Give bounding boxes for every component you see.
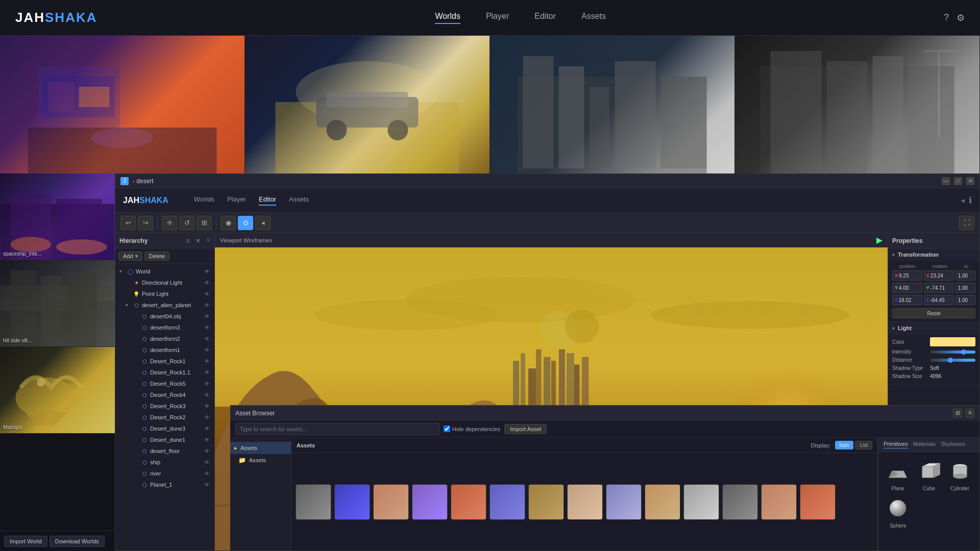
scale-y-field[interactable]: 1.00 xyxy=(955,283,975,293)
settings-icon[interactable]: ⚙ xyxy=(957,12,965,23)
eye-icon-rock1[interactable]: 👁 xyxy=(204,358,212,364)
play-button[interactable]: ▶ xyxy=(876,235,883,245)
tree-item-rock4[interactable]: ⬡ Desert_Rock4 👁 xyxy=(115,389,214,400)
asset-thumb-8[interactable] xyxy=(567,484,603,520)
tree-item-desert04[interactable]: ⬡ desert04.obj 👁 xyxy=(115,311,214,322)
eye-icon-dune3[interactable]: 👁 xyxy=(204,425,212,432)
eye-icon-rock3[interactable]: 👁 xyxy=(204,403,212,409)
pos-y-field[interactable]: Y4.00 xyxy=(892,283,922,293)
viewport-icon[interactable]: ⊙ xyxy=(206,237,210,245)
asset-search-input[interactable] xyxy=(235,423,439,435)
gallery-card-2[interactable] xyxy=(245,36,490,173)
editor-nav-player[interactable]: Player xyxy=(227,195,246,206)
nav-link-editor[interactable]: Editor xyxy=(534,12,556,24)
light-header[interactable]: ▾ Light xyxy=(888,322,979,334)
tree-item-desert-alien[interactable]: ▾ ⬡ desert_alien_planet 👁 xyxy=(115,299,214,311)
import-world-button[interactable]: Import World xyxy=(4,536,47,547)
tree-item-rock3[interactable]: ⬡ Desert_Rock3 👁 xyxy=(115,400,214,412)
asset-thumb-12[interactable] xyxy=(722,484,758,520)
pos-z-field[interactable]: Z18.02 xyxy=(892,295,922,305)
sphere-view-button[interactable]: ◉ xyxy=(220,216,236,230)
delete-button[interactable]: Delete xyxy=(144,252,170,261)
eye-icon-point-light[interactable]: 👁 xyxy=(204,291,212,297)
download-worlds-button[interactable]: Download Worlds xyxy=(50,536,105,547)
tree-item-rock1[interactable]: ⬡ Desert_Rock1 👁 xyxy=(115,356,214,367)
eye-icon-rock4[interactable]: 👁 xyxy=(204,392,212,398)
eye-icon-dir-light[interactable]: 👁 xyxy=(204,280,212,286)
asset-thumb-4[interactable] xyxy=(412,484,448,520)
intensity-slider[interactable] xyxy=(930,350,975,354)
intensity-thumb[interactable] xyxy=(961,349,966,355)
asset-browser-expand-button[interactable]: ⊞ xyxy=(953,409,962,418)
hierarchy-close-button[interactable]: ✕ xyxy=(194,237,202,245)
asset-thumb-6[interactable] xyxy=(489,484,525,520)
redo-button[interactable]: ↪ xyxy=(138,216,153,230)
tree-item-dune3[interactable]: ⬡ Desert_dune3 👁 xyxy=(115,423,214,434)
editor-nav-editor[interactable]: Editor xyxy=(259,195,276,206)
eye-icon-dune1[interactable]: 👁 xyxy=(204,437,212,443)
hide-dep-checkbox[interactable] xyxy=(444,425,450,432)
transformation-header[interactable]: ▾ Transformation xyxy=(888,248,979,261)
viewport-button[interactable]: ⊙ xyxy=(238,216,253,230)
eye-icon-rock5[interactable]: 👁 xyxy=(204,381,212,387)
gallery-card-3[interactable] xyxy=(490,36,735,173)
distance-thumb[interactable] xyxy=(948,358,953,363)
eye-icon-df2[interactable]: 👁 xyxy=(204,336,212,342)
help-icon[interactable]: ? xyxy=(944,12,949,23)
assets-subfolder[interactable]: 📁 Assets xyxy=(230,454,291,466)
tree-item-planet1[interactable]: ⬡ Planet_1 👁 xyxy=(115,479,214,490)
preset-cube[interactable]: Cube xyxy=(916,458,943,491)
thumb-spaceship[interactable]: spaceship_inte... xyxy=(0,173,115,260)
assets-folder[interactable]: ▸ Assets xyxy=(230,442,291,454)
editor-nav-assets[interactable]: Assets xyxy=(289,195,309,206)
fullscreen-button[interactable]: ⛶ xyxy=(959,216,974,230)
add-button[interactable]: Add ▾ xyxy=(118,252,142,261)
back-button[interactable]: ◂ xyxy=(255,216,271,230)
asset-thumb-1[interactable] xyxy=(296,484,331,520)
preset-plane[interactable]: Plane xyxy=(885,458,912,491)
rot-y-field[interactable]: Y-74.71 xyxy=(924,283,954,293)
tree-item-world[interactable]: ▾ ◯ World 👁 xyxy=(115,266,214,277)
close-button[interactable]: ✕ xyxy=(966,177,974,185)
preset-cylinder[interactable]: Cylinder xyxy=(946,458,973,491)
hierarchy-settings-button[interactable]: ≡ xyxy=(184,237,192,245)
tree-item-rock1-1[interactable]: ⬡ Desert_Rock1.1 👁 xyxy=(115,367,214,378)
tree-item-rock2[interactable]: ⬡ Desert_Rock2 👁 xyxy=(115,412,214,423)
eye-icon-floor[interactable]: 👁 xyxy=(204,448,212,454)
eye-icon-rock1-1[interactable]: 👁 xyxy=(204,369,212,375)
tree-item-desertform3[interactable]: ⬡ desertform3 👁 xyxy=(115,322,214,333)
editor-nav-worlds[interactable]: Worlds xyxy=(194,195,214,206)
eye-icon-world[interactable]: 👁 xyxy=(204,268,212,274)
nav-link-assets[interactable]: Assets xyxy=(581,12,606,24)
minimize-button[interactable]: — xyxy=(942,177,950,185)
import-asset-button[interactable]: Import Asset xyxy=(504,424,547,434)
asset-thumb-9[interactable] xyxy=(606,484,642,520)
tree-item-rock5[interactable]: ⬡ Desert_Rock5 👁 xyxy=(115,378,214,389)
refresh-button[interactable]: ↺ xyxy=(179,216,194,230)
asset-thumb-13[interactable] xyxy=(761,484,797,520)
undo-button[interactable]: ↩ xyxy=(120,216,136,230)
eye-icon-df3[interactable]: 👁 xyxy=(204,324,212,331)
pos-x-field[interactable]: X9.25 xyxy=(892,270,922,281)
thumb-hillside[interactable]: hill side vill... xyxy=(0,260,115,347)
tree-item-floor[interactable]: ⬡ desert_floor 👁 xyxy=(115,445,214,457)
skyboxes-tab[interactable]: Skyboxes xyxy=(941,441,965,448)
nav-link-worlds[interactable]: Worlds xyxy=(435,12,460,24)
asset-thumb-5[interactable] xyxy=(451,484,486,520)
tree-item-river[interactable]: ⬡ river 👁 xyxy=(115,468,214,479)
scale-z-field[interactable]: 1.00 xyxy=(955,295,975,305)
asset-thumb-14[interactable] xyxy=(800,484,836,520)
rot-z-field[interactable]: Z-64.45 xyxy=(924,295,954,305)
nav-link-player[interactable]: Player xyxy=(486,12,509,24)
tree-item-point-light[interactable]: 💡 Point Light 👁 xyxy=(115,288,214,299)
expand-icon[interactable]: ◂ xyxy=(961,195,965,205)
tree-item-dune1[interactable]: ⬡ Desert_dune1 👁 xyxy=(115,434,214,445)
asset-thumb-2[interactable] xyxy=(334,484,370,520)
eye-icon-rock2[interactable]: 👁 xyxy=(204,414,212,420)
eye-icon-alien[interactable]: 👁 xyxy=(204,302,212,308)
tree-item-directional-light[interactable]: ☀ Directional Light 👁 xyxy=(115,277,214,288)
asset-thumb-11[interactable] xyxy=(683,484,719,520)
primitives-tab[interactable]: Primitives xyxy=(884,441,908,448)
eye-icon-df1[interactable]: 👁 xyxy=(204,347,212,353)
icon-display-button[interactable]: Icon xyxy=(835,441,854,449)
